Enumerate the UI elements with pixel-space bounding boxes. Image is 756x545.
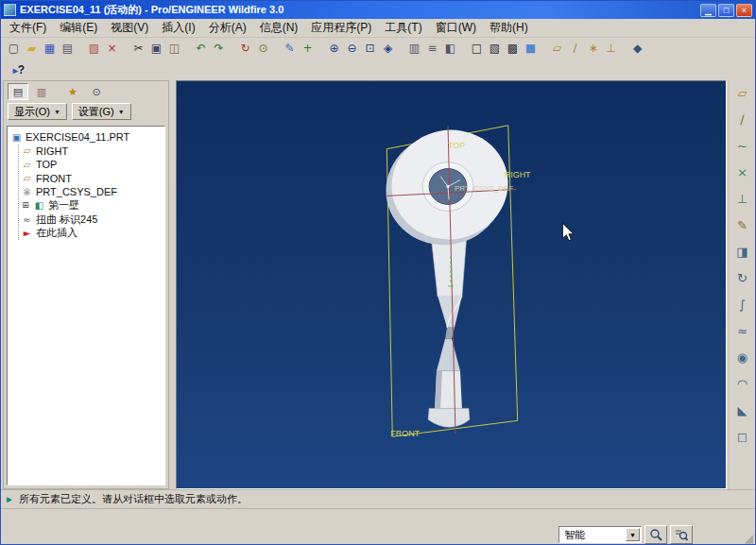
- delete-button[interactable]: ×: [103, 40, 121, 58]
- tree-item-5[interactable]: ⊞◧第一壁: [21, 199, 162, 213]
- toolbar-group: ✂▣◫: [129, 40, 183, 58]
- menu-edit[interactable]: 编辑(E): [53, 18, 104, 38]
- regenerate-button[interactable]: ↻: [236, 40, 254, 58]
- label-top: TOP: [448, 141, 465, 150]
- extrude-tool-button[interactable]: ◨: [732, 243, 753, 262]
- menu-info[interactable]: 信息(N): [253, 18, 305, 38]
- save-button[interactable]: ▦: [41, 40, 59, 58]
- paste-button[interactable]: ◫: [165, 40, 183, 58]
- datum-plane-tool-button[interactable]: ▱: [732, 84, 753, 103]
- toolbar-group: ◆: [628, 40, 646, 58]
- menu-file[interactable]: 文件(F): [3, 18, 53, 38]
- title-bar: EXERCISE04_11 (活动的) - Pro/ENGINEER Wildf…: [1, 1, 755, 19]
- curve-tool-button[interactable]: ~: [732, 137, 753, 156]
- spin-center-button[interactable]: +: [299, 40, 317, 58]
- settings-menu-button[interactable]: 设置(G)▼: [72, 103, 131, 120]
- 3d-model-canvas: TOP RIGHT FRONT PRT_CSYS_DEF: [177, 81, 726, 488]
- round-tool-button[interactable]: ◠: [732, 375, 753, 394]
- datum-point-tool-button[interactable]: ×: [732, 163, 753, 182]
- sweep-tool-button[interactable]: ∫: [732, 296, 753, 315]
- chevron-down-icon: ▼: [54, 109, 60, 115]
- copy-button[interactable]: ▣: [147, 40, 165, 58]
- graphics-viewport[interactable]: TOP RIGHT FRONT PRT_CSYS_DEF: [176, 80, 727, 489]
- search-tool-button[interactable]: [644, 525, 667, 544]
- tree-item-4[interactable]: ※PRT_CSYS_DEF: [21, 185, 162, 199]
- datum-plane-icon: ▱: [21, 145, 33, 156]
- datum-csys-toggle-button[interactable]: ⊥: [602, 40, 620, 58]
- chevron-down-icon: ▼: [118, 109, 125, 115]
- menu-insert[interactable]: 插入(I): [155, 18, 201, 38]
- toolbar-group: ↶↷: [192, 40, 228, 58]
- blend-tool-button[interactable]: ≈: [732, 322, 753, 341]
- refit-button[interactable]: ⊡: [361, 40, 379, 58]
- coordinate-system-tool-button[interactable]: ⊥: [732, 190, 753, 209]
- cut-button[interactable]: ✂: [129, 40, 147, 58]
- application-window: EXERCISE04_11 (活动的) - Pro/ENGINEER Wildf…: [0, 0, 756, 545]
- datum-points-toggle-button[interactable]: ∗: [584, 40, 602, 58]
- shell-tool-button[interactable]: ◻: [732, 428, 753, 447]
- no-hidden-button[interactable]: ▩: [504, 40, 522, 58]
- hole-tool-button[interactable]: ◉: [732, 349, 753, 367]
- find-button[interactable]: ⊙: [254, 40, 272, 58]
- repaint-button[interactable]: ✎: [281, 40, 299, 58]
- revolve-tool-button[interactable]: ↻: [732, 269, 753, 288]
- model-tree-tab[interactable]: ▤: [8, 83, 28, 100]
- undo-button[interactable]: ↶: [192, 40, 210, 58]
- tree-item-6[interactable]: ≈扭曲 标识245: [21, 213, 162, 227]
- tree-item-0[interactable]: ▣EXERCISE04_11.PRT: [10, 130, 162, 145]
- saved-views-button[interactable]: ▥: [405, 40, 423, 58]
- sketch-tool-button[interactable]: ✎: [732, 216, 753, 235]
- context-help-button[interactable]: ▸?: [7, 61, 31, 79]
- chamfer-tool-button[interactable]: ◣: [732, 401, 753, 420]
- menu-tools[interactable]: 工具(T): [378, 18, 428, 38]
- favorites-tab[interactable]: ★: [62, 83, 83, 100]
- expand-icon[interactable]: ⊞: [21, 201, 30, 210]
- redo-button[interactable]: ↷: [210, 40, 228, 58]
- select-from-list-button[interactable]: [670, 525, 693, 544]
- datum-planes-toggle-button[interactable]: ▱: [548, 40, 566, 58]
- toolbar-group: ⊕⊖⊡◈: [325, 40, 397, 58]
- feature-toolbar: ▱∕~×⊥✎◨↻∫≈◉◠◣◻: [729, 80, 755, 489]
- menu-view[interactable]: 视图(V): [104, 18, 155, 38]
- view-manager-button[interactable]: ◧: [441, 40, 459, 58]
- reorient-button[interactable]: ◈: [379, 40, 397, 58]
- selection-filter-combo[interactable]: 智能 ▼: [558, 526, 642, 543]
- tree-item-7[interactable]: ►在此插入: [21, 227, 162, 241]
- mouse-cursor: [562, 223, 573, 240]
- menu-window[interactable]: 窗口(W): [429, 18, 483, 38]
- minimize-button[interactable]: ▁: [700, 4, 716, 17]
- maximize-button[interactable]: □: [718, 4, 734, 17]
- selection-filter-area: 智能 ▼: [558, 525, 693, 544]
- hidden-line-button[interactable]: ▧: [486, 40, 504, 58]
- shaded-button[interactable]: ■: [522, 40, 540, 58]
- show-menu-button[interactable]: 显示(O)▼: [8, 103, 67, 120]
- datum-axes-toggle-button[interactable]: ∕: [566, 40, 584, 58]
- folder-browser-tab[interactable]: ▥: [31, 83, 52, 100]
- zoom-out-button[interactable]: ⊖: [343, 40, 361, 58]
- tree-item-3[interactable]: ▱FRONT: [21, 172, 162, 186]
- open-folder-button[interactable]: ▰: [23, 40, 41, 58]
- tree-item-label: 在此插入: [36, 226, 77, 240]
- toolbar-group: ▢▰▦▤: [5, 40, 77, 58]
- new-file-button[interactable]: ▢: [5, 40, 23, 58]
- show-menu-label: 显示(O): [14, 105, 50, 119]
- print-button[interactable]: ▤: [59, 40, 77, 58]
- menu-applications[interactable]: 应用程序(P): [304, 18, 378, 38]
- datum-axis-tool-button[interactable]: ∕: [732, 111, 753, 129]
- wireframe-button[interactable]: □: [468, 40, 486, 58]
- menu-analysis[interactable]: 分析(A): [202, 18, 253, 38]
- layers-button[interactable]: ≡: [423, 40, 441, 58]
- interface-button[interactable]: ◆: [628, 40, 646, 58]
- tree-item-1[interactable]: ▱RIGHT: [21, 145, 162, 159]
- main-toolbar: ▢▰▦▤▨×✂▣◫↶↷↻⊙✎+⊕⊖⊡◈▥≡◧□▧▩■▱∕∗⊥◆: [1, 38, 755, 60]
- toolbar-group: □▧▩■: [468, 40, 540, 58]
- tree-item-2[interactable]: ▱TOP: [21, 158, 162, 172]
- menu-help[interactable]: 帮助(H): [483, 18, 535, 38]
- resize-grip[interactable]: ◢: [745, 532, 753, 545]
- erase-button[interactable]: ▨: [85, 40, 103, 58]
- zoom-in-button[interactable]: ⊕: [325, 40, 343, 58]
- close-button[interactable]: ×: [736, 4, 752, 17]
- history-tab[interactable]: ⊙: [86, 83, 107, 100]
- datum-plane-icon: ▱: [21, 173, 33, 183]
- chevron-down-icon[interactable]: ▼: [626, 528, 640, 541]
